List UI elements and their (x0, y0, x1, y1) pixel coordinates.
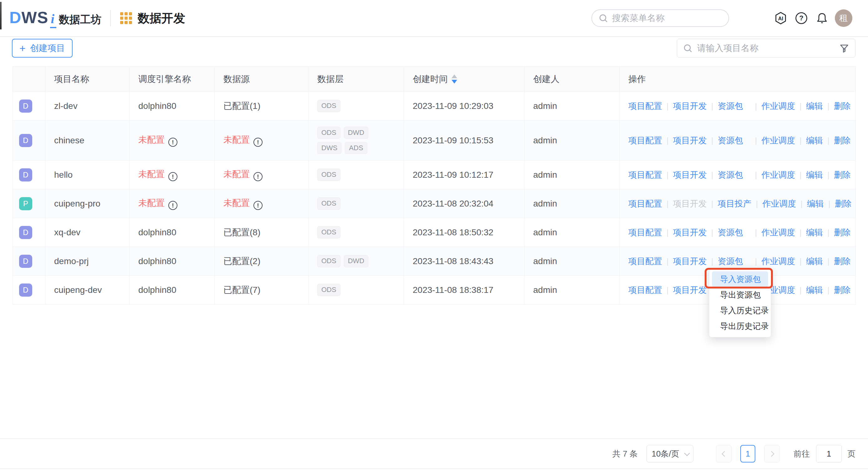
project-name-cell: zl-dev (45, 92, 129, 121)
configured-label: 已配置(2) (223, 256, 260, 266)
action-link-项目开发[interactable]: 项目开发 (673, 228, 707, 237)
actions-cell: 项目配置|项目开发|资源包|作业调度|编辑|删除 (620, 161, 856, 189)
action-link-删除[interactable]: 删除 (834, 101, 851, 111)
layer-tag: ADS (345, 142, 367, 154)
menu-search-input[interactable] (612, 13, 715, 23)
menu-item-导入历史记录[interactable]: 导入历史记录 (712, 303, 768, 318)
help-icon[interactable]: ? (794, 10, 809, 26)
action-link-作业调度[interactable]: 作业调度 (762, 199, 796, 209)
logo-product-name: 数据工坊 (59, 12, 101, 27)
action-link-资源包[interactable]: 资源包 (718, 228, 743, 237)
action-link-编辑[interactable]: 编辑 (806, 170, 823, 180)
action-separator: | (755, 228, 757, 237)
created-time-cell: 2023-11-08 18:38:17 (404, 276, 524, 305)
action-link-资源包[interactable]: 资源包 (718, 101, 743, 111)
menu-search-box[interactable] (591, 9, 729, 27)
menu-item-导出历史记录[interactable]: 导出历史记录 (712, 318, 768, 334)
ai-assistant-icon[interactable]: AI (773, 10, 788, 26)
config-warning-icon[interactable]: ! (253, 201, 262, 210)
action-link-项目开发[interactable]: 项目开发 (673, 170, 707, 180)
project-avatar: D (19, 226, 32, 239)
action-link-项目配置[interactable]: 项目配置 (628, 170, 662, 180)
project-avatar-cell: D (13, 218, 45, 247)
action-link-项目配置[interactable]: 项目配置 (628, 257, 662, 266)
layer-tag: ODS (317, 284, 340, 296)
action-link-编辑[interactable]: 编辑 (806, 257, 823, 266)
goto-page-input[interactable] (816, 445, 842, 463)
action-link-删除[interactable]: 删除 (834, 170, 851, 180)
action-link-删除[interactable]: 删除 (834, 136, 851, 145)
table-row: Pcuipeng-pro未配置!未配置!ODS2023-11-08 20:32:… (13, 189, 856, 218)
action-link-作业调度[interactable]: 作业调度 (761, 136, 795, 145)
sort-desc-caret[interactable] (452, 80, 457, 84)
menu-item-导出资源包[interactable]: 导出资源包 (712, 287, 768, 303)
action-link-项目开发[interactable]: 项目开发 (673, 136, 707, 145)
column-header-label: 调度引擎名称 (138, 73, 191, 85)
action-link-作业调度[interactable]: 作业调度 (761, 228, 795, 237)
action-link-编辑[interactable]: 编辑 (806, 136, 823, 145)
action-link-资源包[interactable]: 资源包 (718, 170, 743, 180)
engine-cell: 未配置! (129, 189, 215, 218)
layer-tag: ODS (317, 226, 340, 238)
config-warning-icon[interactable]: ! (168, 138, 178, 147)
sort-asc-caret[interactable] (452, 74, 457, 78)
action-link-项目配置[interactable]: 项目配置 (628, 136, 662, 145)
config-warning-icon[interactable]: ! (253, 138, 262, 147)
datasource-cell: 未配置! (215, 189, 309, 218)
action-link-作业调度[interactable]: 作业调度 (761, 257, 795, 266)
action-separator: | (711, 136, 713, 145)
notification-bell-icon[interactable] (814, 10, 830, 26)
action-link-编辑[interactable]: 编辑 (807, 199, 824, 209)
creator-cell: admin (524, 276, 620, 305)
create-project-button[interactable]: + 创建项目 (12, 39, 72, 58)
action-link-删除[interactable]: 删除 (834, 285, 851, 295)
user-avatar[interactable]: 租 (835, 9, 852, 27)
menu-item-导入资源包[interactable]: 导入资源包 (712, 271, 768, 287)
page-unit-label: 页 (847, 448, 856, 460)
action-link-编辑[interactable]: 编辑 (806, 228, 823, 237)
sort-control[interactable] (452, 74, 457, 84)
project-avatar-cell: D (13, 247, 45, 276)
action-separator: | (800, 136, 802, 145)
action-link-资源包[interactable]: 资源包 (718, 257, 743, 266)
action-link-项目配置[interactable]: 项目配置 (628, 101, 662, 111)
action-link-项目配置[interactable]: 项目配置 (628, 285, 662, 295)
action-link-项目配置[interactable]: 项目配置 (628, 228, 662, 237)
action-link-删除[interactable]: 删除 (834, 228, 851, 237)
action-link-删除[interactable]: 删除 (834, 257, 851, 266)
action-link-编辑[interactable]: 编辑 (806, 101, 823, 111)
page-number-button[interactable]: 1 (740, 445, 755, 463)
action-link-资源包[interactable]: 资源包 (718, 136, 743, 145)
action-link-作业调度[interactable]: 作业调度 (761, 170, 795, 180)
filter-funnel-icon[interactable] (839, 43, 849, 54)
action-separator: | (711, 228, 713, 237)
action-link-项目配置[interactable]: 项目配置 (628, 199, 662, 209)
action-link-项目开发[interactable]: 项目开发 (673, 257, 707, 266)
column-header-label: 创建时间 (413, 73, 448, 85)
action-link-编辑[interactable]: 编辑 (806, 285, 823, 295)
action-link-项目投产[interactable]: 项目投产 (718, 199, 752, 209)
data-layer-cell: ODS (309, 161, 404, 189)
config-warning-icon[interactable]: ! (253, 172, 262, 181)
data-layer-cell: ODS (309, 92, 404, 121)
project-filter-box[interactable] (677, 39, 856, 58)
action-link-项目开发[interactable]: 项目开发 (673, 101, 707, 111)
action-separator: | (827, 228, 830, 237)
engine-cell: dolphin80 (129, 92, 215, 121)
action-link-项目开发: 项目开发 (673, 199, 707, 209)
action-separator: | (827, 170, 830, 180)
project-filter-input[interactable] (697, 43, 839, 53)
config-warning-icon[interactable]: ! (168, 201, 178, 210)
layer-tag-list: ODS (317, 284, 374, 296)
chevron-down-icon (684, 450, 690, 456)
next-page-button[interactable] (764, 445, 780, 463)
column-header-content: 数据层 (317, 73, 404, 85)
action-link-项目开发[interactable]: 项目开发 (673, 285, 707, 295)
config-warning-icon[interactable]: ! (168, 172, 178, 181)
page-size-select[interactable]: 10条/页 (647, 445, 693, 463)
action-link-删除[interactable]: 删除 (835, 199, 852, 209)
prev-page-button[interactable] (716, 445, 732, 463)
action-separator: | (800, 101, 802, 111)
action-link-作业调度[interactable]: 作业调度 (761, 101, 795, 111)
action-separator: | (755, 136, 757, 145)
